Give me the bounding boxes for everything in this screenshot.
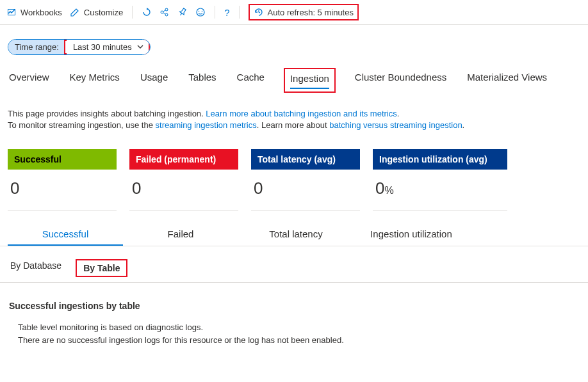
time-range-value: Last 30 minutes [67, 40, 147, 54]
toolbar-divider [132, 6, 133, 19]
group-by-database[interactable]: By Database [9, 259, 63, 277]
sub-tabs: Successful Failed Total latency Ingestio… [0, 211, 588, 246]
tab-tables[interactable]: Tables [187, 68, 217, 93]
card-utilization-title: Ingestion utilization (avg) [373, 149, 507, 170]
customize-button[interactable]: Customize [70, 7, 123, 17]
history-icon [254, 7, 264, 17]
tab-cache[interactable]: Cache [236, 68, 266, 93]
toolbar-divider [215, 6, 215, 19]
chevron-down-icon [137, 44, 143, 50]
card-failed-title: Failed (permanent) [129, 149, 238, 170]
sub-tab-successful[interactable]: Successful [8, 223, 123, 246]
help-button[interactable]: ? [224, 7, 229, 18]
card-latency-title: Total latency (avg) [251, 149, 360, 170]
card-successful-title: Successful [8, 149, 117, 170]
section-body: Table level monitoring is based on diagn… [0, 316, 588, 359]
feedback-icon[interactable] [195, 7, 206, 17]
link-batch-vs-stream[interactable]: batching versus streaming ingestion [329, 120, 462, 130]
svg-point-7 [202, 11, 203, 12]
workbooks-label: Workbooks [20, 8, 62, 17]
group-by-table[interactable]: By Table [82, 262, 121, 275]
svg-point-6 [199, 11, 200, 12]
toolbar-divider [239, 6, 240, 19]
card-utilization-value: 0% [373, 170, 507, 211]
sub-tab-latency[interactable]: Total latency [238, 223, 354, 246]
svg-point-3 [165, 8, 168, 11]
toolbar: Workbooks Customize ? Auto refresh: 5 mi… [0, 0, 588, 25]
time-range-dropdown[interactable]: Time range: Last 30 minutes [8, 39, 151, 55]
card-failed: Failed (permanent) 0 [129, 149, 238, 211]
auto-refresh-label: Auto refresh: 5 minutes [268, 8, 354, 17]
svg-point-2 [161, 11, 163, 13]
description-text: This page provides insights about batchi… [0, 93, 588, 138]
tab-usage[interactable]: Usage [139, 68, 169, 93]
card-successful-value: 0 [8, 170, 117, 211]
tab-key-metrics[interactable]: Key Metrics [69, 68, 121, 93]
pin-icon[interactable] [177, 7, 188, 17]
tab-materialized-views[interactable]: Materialized Views [466, 68, 548, 93]
tab-ingestion-highlight: Ingestion [284, 68, 336, 93]
svg-point-4 [165, 13, 168, 16]
time-range-label: Time range: [8, 40, 65, 54]
workbooks-button[interactable]: Workbooks [6, 7, 62, 17]
card-latency: Total latency (avg) 0 [251, 149, 360, 211]
sub-tab-failed[interactable]: Failed [123, 223, 238, 246]
stat-cards: Successful 0 Failed (permanent) 0 Total … [0, 138, 588, 211]
card-failed-value: 0 [129, 170, 238, 211]
card-latency-value: 0 [251, 170, 360, 211]
group-tabs: By Database By Table [0, 246, 588, 282]
link-batching-metrics[interactable]: Learn more about batching ingestion and … [206, 109, 396, 118]
link-streaming-metrics[interactable]: streaming ingestion metrics [156, 120, 257, 130]
group-by-table-highlight: By Table [76, 259, 127, 277]
sub-tab-utilization[interactable]: Ingestion utilization [354, 223, 469, 246]
card-utilization: Ingestion utilization (avg) 0% [373, 149, 507, 211]
svg-point-5 [197, 8, 204, 16]
pencil-icon [70, 7, 80, 17]
section-title: Successful ingestions by table [0, 282, 588, 316]
main-tabs: Overview Key Metrics Usage Tables Cache … [0, 63, 588, 93]
auto-refresh-button[interactable]: Auto refresh: 5 minutes [249, 4, 359, 20]
share-icon[interactable] [159, 7, 170, 17]
time-range-row: Time range: Last 30 minutes [0, 25, 588, 63]
tab-ingestion[interactable]: Ingestion [290, 72, 329, 89]
tab-cluster-boundedness[interactable]: Cluster Boundedness [354, 68, 448, 93]
refresh-icon[interactable] [142, 7, 152, 17]
workbook-icon [6, 7, 17, 17]
customize-label: Customize [84, 8, 123, 17]
card-successful: Successful 0 [8, 149, 117, 211]
tab-overview[interactable]: Overview [8, 68, 51, 93]
